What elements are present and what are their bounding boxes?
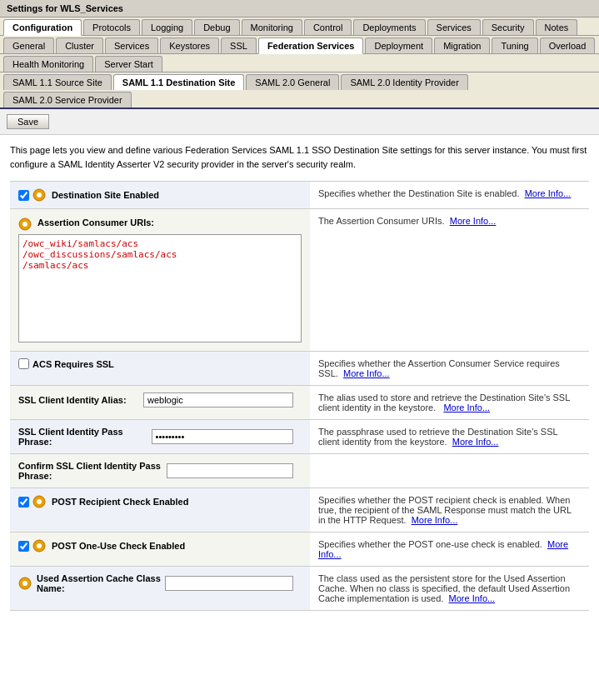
table-row: POST Recipient Check Enabled Specifies w…	[10, 488, 589, 532]
config-tab-federation-services[interactable]: Federation Services	[258, 38, 364, 54]
config-tab-general[interactable]: General	[3, 38, 54, 53]
assertion-consumer-uris-desc: The Assertion Consumer URIs.	[318, 216, 447, 226]
main-tab-monitoring[interactable]: Monitoring	[242, 19, 302, 35]
destination-site-enabled-more-info[interactable]: More Info...	[525, 188, 572, 198]
config-tab-overload[interactable]: Overload	[540, 38, 596, 53]
post-recipient-check-enabled-label: POST Recipient Check Enabled	[52, 497, 188, 507]
gear-icon-2	[32, 495, 48, 508]
save-button[interactable]: Save	[7, 114, 49, 129]
config-tab2-health-monitoring[interactable]: Health Monitoring	[3, 56, 93, 72]
gear-icon-1	[18, 218, 34, 231]
ssl-client-identity-pass-phrase-input[interactable]	[152, 429, 293, 444]
used-assertion-cache-class-name-label: Used Assertion Cache Class Name:	[37, 573, 165, 593]
main-tab-debug[interactable]: Debug	[194, 19, 239, 35]
title-text: Settings for WLS_Services	[7, 3, 123, 13]
title-bar: Settings for WLS_Services	[0, 0, 599, 18]
main-tab-logging[interactable]: Logging	[142, 19, 192, 35]
sub-tab-saml-11-source-site[interactable]: SAML 1.1 Source Site	[3, 74, 112, 90]
config-tab-row-2: Health MonitoringServer Start	[0, 54, 599, 72]
main-tab-protocols[interactable]: Protocols	[83, 19, 140, 35]
config-tab-ssl[interactable]: SSL	[221, 38, 257, 53]
form-table: Destination Site Enabled Specifies wheth…	[10, 181, 589, 611]
main-tab-configuration[interactable]: Configuration	[3, 19, 82, 36]
table-row: SSL Client Identity Alias: The alias use…	[10, 386, 589, 420]
svg-point-9	[22, 581, 27, 586]
config-tab-deployment[interactable]: Deployment	[365, 38, 432, 53]
main-tab-security[interactable]: Security	[482, 19, 534, 35]
assertion-consumer-uris-label: Assertion Consumer URIs:	[37, 218, 154, 228]
post-recipient-check-enabled-checkbox[interactable]	[18, 497, 29, 508]
intro-text: This page lets you view and define vario…	[10, 143, 589, 171]
ssl-client-identity-alias-label: SSL Client Identity Alias:	[18, 395, 127, 405]
confirm-ssl-pass-phrase-input[interactable]	[167, 463, 293, 478]
config-tab-keystores[interactable]: Keystores	[160, 38, 219, 53]
destination-site-enabled-checkbox[interactable]	[18, 190, 29, 201]
svg-point-5	[37, 499, 42, 504]
sub-tab-saml-20-identity-provider[interactable]: SAML 2.0 Identity Provider	[341, 74, 467, 90]
table-row: POST One-Use Check Enabled Specifies whe…	[10, 532, 589, 567]
main-tab-control[interactable]: Control	[304, 19, 352, 35]
gear-icon-4	[18, 577, 34, 590]
used-assertion-cache-class-name-input[interactable]	[165, 576, 293, 591]
main-tab-services[interactable]: Services	[427, 19, 481, 35]
used-assertion-cache-class-name-more-info[interactable]: More Info...	[449, 593, 496, 603]
main-tab-deployments[interactable]: Deployments	[353, 19, 425, 35]
destination-site-enabled-desc: Specifies whether the Destination Site i…	[318, 188, 522, 198]
ssl-client-identity-alias-input[interactable]	[143, 392, 293, 408]
sub-tab-saml-20-service-provider[interactable]: SAML 2.0 Service Provider	[3, 92, 132, 108]
confirm-ssl-pass-phrase-label: Confirm SSL Client Identity Pass Phrase:	[18, 461, 167, 481]
svg-point-7	[37, 543, 42, 548]
destination-site-enabled-label: Destination Site Enabled	[52, 190, 159, 200]
config-tab-migration[interactable]: Migration	[434, 38, 490, 53]
table-row: Assertion Consumer URIs: /owc_wiki/samla…	[10, 209, 589, 352]
content-area: This page lets you view and define vario…	[0, 135, 599, 619]
acs-requires-ssl-checkbox[interactable]	[18, 358, 29, 369]
post-one-use-check-enabled-desc: Specifies whether the POST one-use check…	[318, 539, 545, 549]
svg-point-1	[37, 192, 42, 198]
config-tab-cluster[interactable]: Cluster	[56, 38, 103, 53]
config-tab2-server-start[interactable]: Server Start	[95, 56, 162, 72]
table-row: Used Assertion Cache Class Name: The cla…	[10, 567, 589, 611]
gear-icon-3	[32, 539, 48, 552]
table-row: Destination Site Enabled Specifies wheth…	[10, 182, 589, 209]
ssl-client-identity-pass-phrase-label: SSL Client Identity Pass Phrase:	[18, 427, 152, 447]
used-assertion-cache-class-name-desc: The class used as the persistent store f…	[318, 573, 570, 603]
ssl-client-identity-pass-phrase-more-info[interactable]: More Info...	[452, 437, 499, 447]
assertion-consumer-uris-input[interactable]: /owc_wiki/samlacs/acs /owc_discussions/s…	[18, 234, 302, 342]
post-one-use-check-enabled-label: POST One-Use Check Enabled	[52, 541, 185, 551]
sub-tab-saml-20-general[interactable]: SAML 2.0 General	[246, 74, 339, 90]
table-row: SSL Client Identity Pass Phrase: The pas…	[10, 420, 589, 454]
ssl-client-identity-pass-phrase-desc: The passphrase used to retrieve the Dest…	[318, 427, 557, 447]
svg-point-3	[22, 222, 27, 227]
table-row: Confirm SSL Client Identity Pass Phrase:	[10, 454, 589, 488]
ssl-client-identity-alias-more-info[interactable]: More Info...	[443, 402, 490, 412]
config-tab-row: GeneralClusterServicesKeystoresSSLFedera…	[0, 36, 599, 54]
assertion-consumer-uris-more-info[interactable]: More Info...	[450, 216, 497, 226]
main-tab-row: ConfigurationProtocolsLoggingDebugMonito…	[0, 18, 599, 36]
post-one-use-check-enabled-checkbox[interactable]	[18, 541, 29, 552]
toolbar: Save	[0, 109, 599, 135]
gear-icon-0	[32, 188, 48, 202]
sub-tab-row: SAML 1.1 Source SiteSAML 1.1 Destination…	[0, 72, 599, 109]
main-tab-notes[interactable]: Notes	[536, 19, 578, 35]
acs-requires-ssl-label: ACS Requires SSL	[32, 359, 114, 369]
config-tab-services[interactable]: Services	[105, 38, 158, 53]
post-recipient-check-enabled-more-info[interactable]: More Info...	[412, 515, 458, 525]
config-tab-tuning[interactable]: Tuning	[492, 38, 537, 53]
sub-tab-saml-11-destination-site[interactable]: SAML 1.1 Destination Site	[113, 74, 245, 90]
acs-requires-ssl-more-info[interactable]: More Info...	[343, 368, 390, 378]
table-row: ACS Requires SSL Specifies whether the A…	[10, 352, 589, 386]
